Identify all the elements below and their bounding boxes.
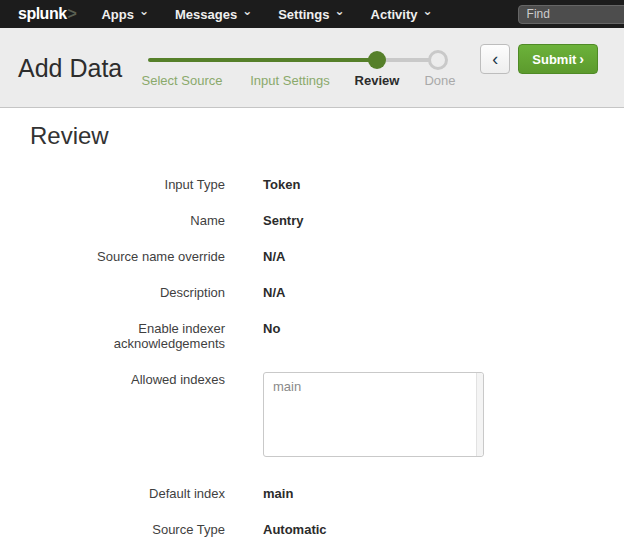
field-label: Source name override — [30, 249, 225, 264]
field-value: main — [263, 486, 293, 501]
field-label: Default index — [30, 486, 225, 501]
field-label: Name — [30, 213, 225, 228]
progress-stepper: Select Source Input Settings Review Done — [148, 28, 460, 108]
stepper-upcoming-circle — [428, 50, 448, 70]
header-actions: ‹ Submit› — [480, 44, 598, 74]
find-search-input[interactable] — [518, 5, 624, 24]
field-label: Allowed indexes — [30, 372, 225, 387]
top-nav-menu: Apps ⌄ Messages ⌄ Settings ⌄ Activity ⌄ — [88, 0, 445, 28]
field-row-input-type: Input Type Token — [30, 177, 624, 192]
field-value: N/A — [263, 249, 285, 264]
field-label: Enable indexer acknowledgements — [30, 321, 225, 351]
chevron-left-icon: ‹ — [492, 49, 498, 69]
chevron-down-icon: ⌄ — [139, 4, 149, 18]
step-label-done: Done — [424, 73, 455, 88]
submit-button[interactable]: Submit› — [518, 44, 598, 74]
field-label: Input Type — [30, 177, 225, 192]
review-heading: Review — [30, 122, 624, 150]
stepper-current-dot — [368, 51, 386, 69]
splunk-logo-text: splunk — [18, 5, 67, 22]
field-row-allowed-indexes: Allowed indexes main — [30, 372, 624, 457]
listbox-item: main — [273, 379, 474, 394]
field-row-source-type: Source Type Automatic — [30, 522, 624, 537]
nav-item-label: Settings — [278, 7, 329, 22]
field-row-source-name-override: Source name override N/A — [30, 249, 624, 264]
nav-item-label: Apps — [101, 7, 134, 22]
nav-item-label: Messages — [175, 7, 237, 22]
nav-item-apps[interactable]: Apps ⌄ — [88, 0, 162, 28]
page-title: Add Data — [18, 54, 122, 83]
allowed-indexes-listbox[interactable]: main — [263, 372, 484, 457]
back-button[interactable]: ‹ — [480, 44, 510, 74]
nav-item-activity[interactable]: Activity ⌄ — [358, 0, 446, 28]
field-row-name: Name Sentry — [30, 213, 624, 228]
chevron-down-icon: ⌄ — [242, 4, 252, 18]
field-value: Token — [263, 177, 300, 192]
field-label: Description — [30, 285, 225, 300]
stepper-line-complete — [148, 58, 377, 62]
field-value: Automatic — [263, 522, 327, 537]
nav-item-label: Activity — [371, 7, 418, 22]
field-row-description: Description N/A — [30, 285, 624, 300]
listbox-scrollbar[interactable] — [476, 373, 483, 456]
field-label: Source Type — [30, 522, 225, 537]
nav-item-messages[interactable]: Messages ⌄ — [162, 0, 265, 28]
chevron-down-icon: ⌄ — [423, 4, 433, 18]
add-data-header: Add Data Select Source Input Settings Re… — [0, 28, 624, 108]
field-row-enable-indexer-acknowledgements: Enable indexer acknowledgements No — [30, 321, 624, 351]
chevron-right-icon: › — [579, 51, 584, 67]
splunk-logo-chevron-icon: > — [68, 5, 77, 22]
step-label-select-source: Select Source — [142, 73, 223, 88]
field-value: No — [263, 321, 280, 336]
step-label-review: Review — [355, 73, 400, 88]
field-value: N/A — [263, 285, 285, 300]
review-panel: Review Input Type Token Name Sentry Sour… — [0, 108, 624, 537]
splunk-logo[interactable]: splunk> — [18, 5, 76, 23]
step-label-input-settings: Input Settings — [250, 73, 330, 88]
field-value: Sentry — [263, 213, 303, 228]
chevron-down-icon: ⌄ — [334, 4, 344, 18]
nav-item-settings[interactable]: Settings ⌄ — [265, 0, 357, 28]
submit-button-label: Submit — [532, 52, 576, 67]
top-nav-bar: splunk> Apps ⌄ Messages ⌄ Settings ⌄ Act… — [0, 0, 624, 28]
field-row-default-index: Default index main — [30, 486, 624, 501]
